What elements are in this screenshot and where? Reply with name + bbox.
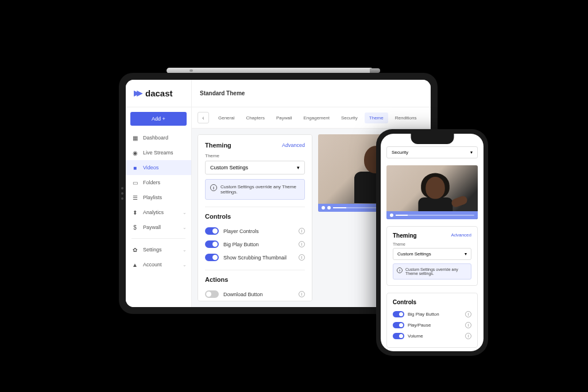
stream-icon: ◉ [131, 149, 138, 156]
info-icon[interactable]: i [465, 333, 471, 339]
advanced-link[interactable]: Advanced [282, 142, 305, 148]
app-header: dacast Standard Theme [126, 80, 431, 107]
brand-name: dacast [145, 88, 173, 98]
sidebar-item-dashboard[interactable]: ▦ Dashboard [126, 130, 191, 145]
actions-title: Actions [205, 276, 305, 283]
phone-tab-value: Security [392, 150, 408, 155]
chevron-down-icon: ⌄ [183, 225, 187, 230]
toggle-label: Player Controls [223, 228, 294, 234]
chevron-down-icon: ▾ [470, 150, 473, 155]
back-button[interactable]: ‹ [198, 112, 209, 123]
sidebar-item-account[interactable]: ▲ Account ⌄ [126, 257, 191, 272]
phone-toggle-playpause[interactable] [393, 322, 404, 328]
phone-advanced-link[interactable]: Advanced [451, 232, 471, 239]
phone-theme-value: Custom Settings [397, 251, 431, 257]
gear-icon: ✿ [131, 246, 138, 253]
chevron-down-icon: ⌄ [183, 247, 187, 253]
tab-chapters[interactable]: Chapters [241, 112, 269, 123]
video-icon: ■ [131, 164, 138, 171]
info-icon: i [210, 184, 217, 191]
toggle-player-controls[interactable] [205, 227, 219, 235]
phone-info-text: Custom Settings override any Theme setti… [405, 267, 467, 275]
dashboard-icon: ▦ [131, 134, 138, 141]
sidebar-item-settings[interactable]: ✿ Settings ⌄ [126, 242, 191, 257]
paywall-icon: $ [131, 224, 138, 231]
theme-value: Custom Settings [210, 165, 248, 170]
phone-screen: Security ▾ Theming Advanced Theme Custom… [381, 134, 483, 351]
toggle-label: Show Scrubbing Thumbnail [223, 255, 294, 261]
settings-panel: Theming Advanced Theme Custom Settings ▾… [198, 134, 312, 301]
phone-toggle-volume[interactable] [393, 333, 404, 339]
sidebar-label: Dashboard [143, 135, 168, 141]
account-icon: ▲ [131, 261, 138, 268]
phone-video-player[interactable] [386, 165, 478, 219]
add-button[interactable]: Add + [130, 112, 187, 126]
phone-theming-title: Theming [393, 232, 417, 239]
sidebar-label: Playlists [143, 195, 162, 200]
sidebar-label: Account [143, 262, 162, 267]
tab-bar: ‹ General Chapters Paywall Engagement Se… [192, 107, 431, 129]
chevron-down-icon: ▾ [297, 165, 300, 170]
sidebar-label: Folders [143, 180, 160, 185]
sidebar-item-playlists[interactable]: ☰ Playlists [126, 190, 191, 205]
theme-label: Theme [205, 153, 305, 158]
tab-general[interactable]: General [214, 112, 239, 123]
phone-theme-label: Theme [393, 242, 471, 246]
phone-video-bar[interactable] [386, 211, 478, 219]
sidebar-label: Settings [143, 247, 162, 253]
theming-title: Theming [205, 142, 231, 149]
info-icon: i [397, 267, 403, 273]
phone-toggle-label: Volume [408, 333, 462, 339]
phone-device: Security ▾ Theming Advanced Theme Custom… [376, 129, 488, 356]
sidebar-item-paywall[interactable]: $ Paywall ⌄ [126, 220, 191, 235]
tab-paywall[interactable]: Paywall [272, 112, 297, 123]
toggle-download[interactable] [205, 290, 219, 298]
info-icon[interactable]: i [299, 228, 305, 234]
toggle-label: Big Play Button [223, 242, 294, 247]
sidebar-label: Videos [143, 165, 158, 170]
toggle-big-play[interactable] [205, 240, 219, 248]
phone-controls-title: Controls [393, 299, 471, 305]
phone-theme-dropdown[interactable]: Custom Settings ▾ [393, 248, 471, 260]
sidebar-item-analytics[interactable]: ⬍ Analytics ⌄ [126, 205, 191, 220]
sidebar-item-videos[interactable]: ■ Videos [126, 160, 191, 175]
tab-renditions[interactable]: Renditions [390, 112, 421, 123]
folder-icon: ▭ [131, 179, 138, 186]
phone-tab-dropdown[interactable]: Security ▾ [386, 146, 478, 158]
tab-theme[interactable]: Theme [365, 112, 388, 123]
playlist-icon: ☰ [131, 194, 138, 201]
toggle-label: Download Button [223, 292, 294, 297]
sidebar: Add + ▦ Dashboard ◉ Live Streams ■ Video… [126, 107, 192, 307]
dacast-icon [133, 90, 143, 98]
sidebar-label: Analytics [143, 209, 164, 215]
tab-security[interactable]: Security [336, 112, 362, 123]
chevron-down-icon: ⌄ [183, 210, 187, 215]
sidebar-label: Paywall [143, 224, 161, 230]
info-callout: i Custom Settings override any Theme set… [205, 179, 305, 200]
info-icon[interactable]: i [465, 322, 471, 328]
phone-info-callout: i Custom Settings override any Theme set… [393, 263, 471, 280]
tab-engagement[interactable]: Engagement [299, 112, 334, 123]
theme-dropdown[interactable]: Custom Settings ▾ [205, 161, 305, 174]
chevron-down-icon: ⌄ [183, 262, 187, 267]
controls-title: Controls [205, 213, 305, 220]
info-text: Custom Settings override any Theme setti… [220, 184, 300, 195]
sidebar-item-livestreams[interactable]: ◉ Live Streams [126, 145, 191, 160]
info-icon[interactable]: i [299, 254, 305, 261]
toggle-scrubbing[interactable] [205, 254, 219, 261]
phone-controls-panel: Controls Big Play Button i Play/Pause i … [386, 293, 478, 348]
sidebar-item-folders[interactable]: ▭ Folders [126, 175, 191, 190]
phone-toggle-label: Big Play Button [408, 312, 462, 317]
info-icon[interactable]: i [465, 311, 471, 317]
sidebar-label: Live Streams [143, 150, 173, 156]
analytics-icon: ⬍ [131, 209, 138, 216]
page-title: Standard Theme [192, 80, 431, 107]
brand-logo: dacast [133, 88, 173, 98]
info-icon[interactable]: i [299, 241, 305, 247]
chevron-down-icon: ▾ [465, 251, 467, 257]
phone-toggle-bigplay[interactable] [393, 311, 404, 317]
info-icon[interactable]: i [299, 291, 305, 297]
phone-theming-panel: Theming Advanced Theme Custom Settings ▾… [386, 226, 478, 286]
phone-toggle-label: Play/Pause [408, 323, 462, 328]
